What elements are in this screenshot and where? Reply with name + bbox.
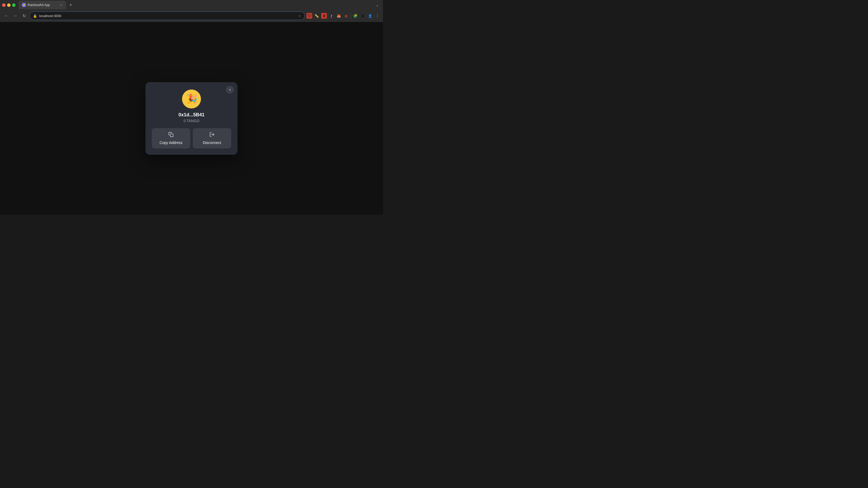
- ext-grid-icon[interactable]: ▦: [343, 13, 349, 19]
- tab-title: RainbowKit App: [28, 3, 57, 7]
- ext-fox-icon[interactable]: 🦊: [336, 13, 342, 19]
- svg-rect-0: [170, 134, 173, 137]
- ext-download2-icon[interactable]: ⬇: [360, 13, 366, 19]
- address-text: localhost:3000: [39, 14, 296, 18]
- page-content: × 🎉 0x1d...5B41 0 TANGO Copy Addres: [0, 22, 383, 215]
- tab-close-button[interactable]: ×: [59, 3, 63, 7]
- window-minimize-button[interactable]: [7, 3, 10, 7]
- wallet-balance: 0 TANGO: [184, 119, 199, 123]
- window-close-button[interactable]: [2, 3, 5, 7]
- ext-f-icon[interactable]: ƒ: [329, 13, 334, 19]
- modal-overlay: × 🎉 0x1d...5B41 0 TANGO Copy Addres: [0, 22, 383, 215]
- wallet-address: 0x1d...5B41: [178, 112, 205, 118]
- browser-tab[interactable]: 🌈 RainbowKit App ×: [19, 1, 66, 9]
- browser-chrome: 🌈 RainbowKit App × + ⌄ ← → ↻ 🔒 localhost…: [0, 0, 383, 22]
- tab-favicon: 🌈: [22, 3, 26, 7]
- modal-close-button[interactable]: ×: [226, 86, 234, 94]
- ext-puzzle-icon[interactable]: 🧩: [352, 13, 358, 19]
- collapse-button[interactable]: ⌄: [373, 1, 381, 9]
- copy-address-button[interactable]: Copy Address: [152, 128, 190, 148]
- window-controls: [2, 3, 16, 7]
- back-button[interactable]: ←: [3, 12, 10, 20]
- copy-icon: [168, 132, 174, 139]
- disconnect-icon: [209, 132, 215, 139]
- avatar: 🎉: [182, 89, 201, 109]
- wallet-modal: × 🎉 0x1d...5B41 0 TANGO Copy Addres: [146, 82, 238, 155]
- window-maximize-button[interactable]: [12, 3, 16, 7]
- new-tab-button[interactable]: +: [67, 1, 74, 9]
- tab-bar: 🌈 RainbowKit App × + ⌄: [0, 0, 383, 10]
- extensions-area: 🛡 ✏️ ⬇ ƒ 🦊 ▦ 🧩 ⬇ 👤 ⋮: [306, 13, 380, 19]
- ext-download-icon[interactable]: ⬇: [321, 13, 327, 19]
- address-bar-row: ← → ↻ 🔒 localhost:3000 ☆ 🛡 ✏️ ⬇ ƒ 🦊 ▦ 🧩 …: [0, 10, 383, 22]
- address-bar[interactable]: 🔒 localhost:3000 ☆: [29, 11, 305, 20]
- forward-button[interactable]: →: [11, 12, 19, 20]
- copy-address-label: Copy Address: [159, 141, 182, 145]
- browser-more-button[interactable]: ⋮: [375, 13, 380, 19]
- lock-icon: 🔒: [33, 14, 37, 18]
- reload-button[interactable]: ↻: [21, 12, 28, 20]
- ext-shield-icon[interactable]: 🛡: [306, 13, 312, 19]
- ext-profile-icon[interactable]: 👤: [367, 13, 373, 19]
- disconnect-button[interactable]: Disconnect: [193, 128, 231, 148]
- modal-avatar-area: 🎉 0x1d...5B41 0 TANGO: [152, 89, 231, 123]
- modal-actions: Copy Address Disconnect: [152, 128, 231, 148]
- ext-pencil-icon[interactable]: ✏️: [314, 13, 319, 19]
- disconnect-label: Disconnect: [203, 141, 221, 145]
- bookmark-button[interactable]: ☆: [298, 14, 302, 18]
